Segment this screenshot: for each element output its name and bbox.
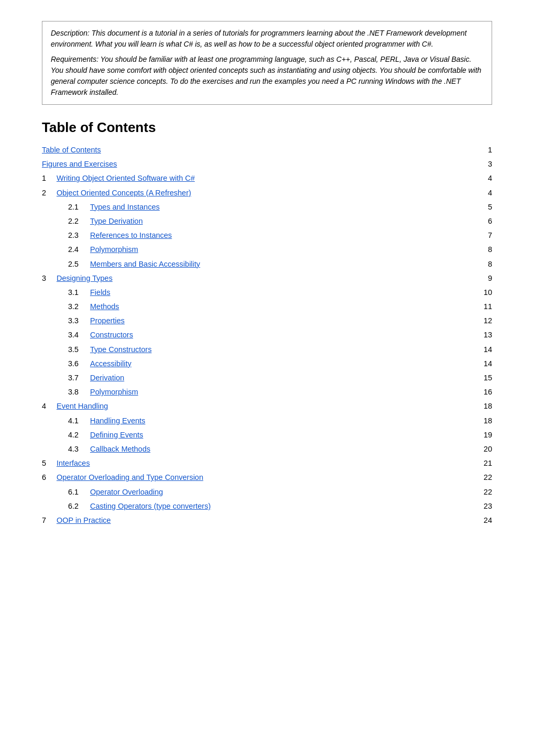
toc-section-num: 4.1 (68, 415, 90, 427)
toc-page-num: 19 (484, 429, 492, 441)
toc-section-num: 3.6 (68, 358, 90, 370)
toc-page-num: 3 (488, 158, 492, 170)
toc-row: 3.2Methods11 (42, 300, 492, 314)
toc-page-num: 9 (488, 272, 492, 284)
description-para1: Description: This document is a tutorial… (51, 28, 483, 50)
toc-page-num: 5 (488, 201, 492, 213)
toc-link[interactable]: Designing Types (57, 274, 113, 282)
toc-page-num: 1 (488, 144, 492, 156)
toc-link[interactable]: References to Instances (90, 231, 172, 239)
toc-row: 2.5Members and Basic Accessibility8 (42, 257, 492, 271)
toc-row: 4Event Handling18 (42, 399, 492, 413)
toc-link[interactable]: Event Handling (57, 402, 108, 410)
toc-section-num: 4 (42, 400, 57, 412)
toc-section-num: 3.7 (68, 372, 90, 384)
toc-row: 2.4Polymorphism8 (42, 243, 492, 257)
toc-link[interactable]: Constructors (90, 331, 133, 339)
toc-page-num: 7 (488, 229, 492, 242)
toc-container: Table of Contents1Figures and Exercises3… (42, 143, 492, 528)
toc-row: 4.3Callback Methods20 (42, 442, 492, 456)
toc-section-num: 2 (42, 187, 57, 199)
toc-section-num: 7 (42, 514, 57, 527)
toc-page-num: 6 (488, 215, 492, 227)
toc-row: 5Interfaces21 (42, 456, 492, 470)
toc-row: 3.1Fields10 (42, 286, 492, 300)
toc-link[interactable]: Operator Overloading and Type Conversion (57, 473, 203, 481)
toc-page-num: 13 (484, 329, 492, 341)
toc-section-num: 2.3 (68, 229, 90, 242)
toc-link[interactable]: OOP in Practice (57, 516, 111, 524)
toc-row: 3.7Derivation15 (42, 371, 492, 385)
toc-link[interactable]: Derivation (90, 374, 124, 382)
toc-link[interactable]: Type Constructors (90, 345, 152, 354)
toc-page-num: 16 (484, 386, 492, 398)
toc-link[interactable]: Fields (90, 288, 110, 297)
toc-page-num: 4 (488, 172, 492, 184)
toc-row: 3.4Constructors13 (42, 328, 492, 342)
toc-link[interactable]: Accessibility (90, 359, 131, 368)
toc-page-num: 14 (484, 344, 492, 356)
toc-link[interactable]: Types and Instances (90, 203, 160, 211)
toc-link[interactable]: Writing Object Oriented Software with C# (57, 174, 195, 182)
toc-page-num: 10 (484, 287, 492, 299)
toc-row: 3.5Type Constructors14 (42, 343, 492, 357)
toc-row: Figures and Exercises3 (42, 157, 492, 171)
toc-link[interactable]: Table of Contents (42, 146, 101, 154)
toc-section-num: 2.2 (68, 215, 90, 227)
toc-section-num: 6.1 (68, 486, 90, 498)
toc-link[interactable]: Operator Overloading (90, 488, 163, 496)
toc-row: 2.1Types and Instances5 (42, 200, 492, 214)
toc-page-num: 4 (488, 187, 492, 199)
toc-section-num: 3.8 (68, 386, 90, 398)
toc-link[interactable]: Interfaces (57, 459, 90, 467)
toc-section-num: 1 (42, 172, 57, 184)
toc-section-num: 6 (42, 472, 57, 484)
toc-link[interactable]: Properties (90, 316, 125, 325)
toc-page-num: 22 (484, 472, 492, 484)
toc-row: 2.2Type Derivation6 (42, 214, 492, 228)
toc-section-num: 3.1 (68, 287, 90, 299)
description-para2: Requirements: You should be familiar wit… (51, 54, 483, 98)
toc-link[interactable]: Handling Events (90, 417, 146, 425)
toc-section-num: 3.4 (68, 329, 90, 341)
toc-page-num: 18 (484, 400, 492, 412)
toc-page-num: 23 (484, 500, 492, 512)
toc-link[interactable]: Type Derivation (90, 217, 143, 225)
toc-page-num: 8 (488, 244, 492, 256)
toc-link[interactable]: Members and Basic Accessibility (90, 260, 200, 268)
toc-link[interactable]: Defining Events (90, 431, 143, 439)
toc-row: 6.2Casting Operators (type converters)23 (42, 499, 492, 513)
toc-row: Table of Contents1 (42, 143, 492, 157)
description-box: Description: This document is a tutorial… (42, 21, 492, 105)
toc-heading: Table of Contents (42, 119, 492, 136)
toc-row: 4.1Handling Events18 (42, 414, 492, 428)
toc-section-num: 2.5 (68, 258, 90, 270)
toc-page-num: 15 (484, 372, 492, 384)
toc-row: 3.8Polymorphism16 (42, 385, 492, 399)
toc-link[interactable]: Methods (90, 302, 119, 311)
toc-section-num: 2.4 (68, 244, 90, 256)
toc-link[interactable]: Polymorphism (90, 388, 138, 396)
toc-row: 1Writing Object Oriented Software with C… (42, 171, 492, 185)
toc-row: 2Object Oriented Concepts (A Refresher)4 (42, 186, 492, 200)
toc-page-num: 14 (484, 358, 492, 370)
toc-row: 3.6Accessibility14 (42, 357, 492, 371)
toc-section-num: 4.2 (68, 429, 90, 441)
toc-row: 4.2Defining Events19 (42, 428, 492, 442)
toc-page-num: 11 (484, 301, 492, 313)
toc-section-num: 3.5 (68, 344, 90, 356)
toc-link[interactable]: Casting Operators (type converters) (90, 502, 210, 510)
toc-link[interactable]: Object Oriented Concepts (A Refresher) (57, 189, 191, 197)
toc-link[interactable]: Callback Methods (90, 445, 150, 453)
toc-page-num: 22 (484, 486, 492, 498)
toc-section-num: 4.3 (68, 443, 90, 455)
toc-page-num: 20 (484, 443, 492, 455)
toc-page-num: 21 (484, 457, 492, 469)
toc-section-num: 3 (42, 272, 57, 284)
toc-section-num: 3.2 (68, 301, 90, 313)
toc-row: 2.3References to Instances7 (42, 228, 492, 243)
toc-page-num: 24 (484, 514, 492, 527)
toc-page-num: 18 (484, 415, 492, 427)
toc-link[interactable]: Figures and Exercises (42, 160, 117, 168)
toc-link[interactable]: Polymorphism (90, 245, 138, 254)
